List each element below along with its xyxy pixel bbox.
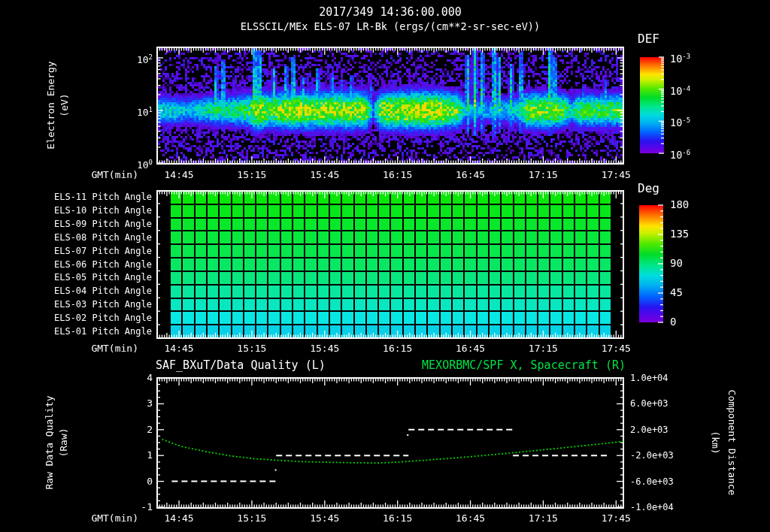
time-tick-label: 15:45 [308,343,342,354]
distance-ytick-label: -2.0e+03 [630,450,674,461]
pitch-row-label: ELS-03 Pitch Angle [44,299,152,310]
quality-ytick-label: 1 [123,449,153,461]
def-colorbar-tick-label: 10-3 [670,51,690,65]
deg-colorbar-tick-label: 0 [670,316,676,328]
gmt-axis-label: GMT(min) [80,343,138,354]
time-tick-label: 14:45 [162,343,196,354]
pitch-panel-frame [156,190,624,339]
time-tick-label: 16:15 [380,343,415,354]
deg-colorbar-tick-label: 45 [670,287,683,298]
quality-ytick-label: 2 [123,424,153,435]
quality-ylabel-line2: (Raw) [58,428,69,457]
time-tick-label: 15:15 [235,169,269,180]
pitch-row-label: ELS-11 Pitch Angle [44,192,152,203]
pitch-row-label: ELS-02 Pitch Angle [44,313,152,324]
time-tick-label: 16:15 [380,512,415,524]
distance-ytick-label: 1.0e+04 [630,373,668,384]
time-tick-label: 15:45 [308,169,342,180]
time-tick-label: 16:45 [453,169,488,180]
def-colorbar-title: DEF [638,33,659,44]
time-tick-label: 16:45 [453,343,488,354]
time-tick-label: 15:15 [235,512,269,524]
quality-panel-frame [156,377,624,509]
quality-right-title: MEXORBMC/SPF X, Spacecraft (R) [376,360,626,371]
energy-ytick-label: 102 [120,52,153,65]
def-colorbar [640,57,664,153]
pitch-row-label: ELS-06 Pitch Angle [44,259,152,271]
pitch-row-label: ELS-05 Pitch Angle [44,272,152,283]
deg-colorbar-tick-label: 135 [670,228,689,240]
distance-ytick-label: -6.0e+03 [630,476,674,488]
distance-ytick-label: 6.0e+03 [630,398,668,410]
pitch-row-label: ELS-10 Pitch Angle [44,205,152,216]
deg-colorbar-tick-label: 180 [670,199,689,210]
deg-colorbar-title: Deg [638,183,659,194]
distance-ylabel-line2: (km) [710,431,721,454]
plot-page: 2017/349 14:36:00.000 ELSSCIL/MEx ELS-07… [0,0,770,532]
time-tick-label: 15:15 [235,343,269,354]
spectrogram-frame [156,47,624,165]
deg-colorbar [639,205,663,322]
gmt-axis-label: GMT(min) [80,512,138,524]
quality-ylabel-line1: Raw Data Quality [44,395,55,489]
spectrogram-ylabel-line2: (eV) [59,93,70,116]
quality-ytick-label: 0 [123,476,153,487]
plot-timestamp: 2017/349 14:36:00.000 [156,5,624,19]
quality-ytick-label: 3 [123,397,153,409]
distance-ytick-label: 2.0e+03 [630,425,668,436]
quality-ytick-label: -1 [123,501,153,512]
distance-ytick-label: -1.0e+04 [630,502,674,513]
pitch-row-label: ELS-07 Pitch Angle [44,246,152,257]
def-colorbar-tick-label: 10-5 [670,115,690,128]
gmt-axis-label: GMT(min) [80,169,138,180]
deg-colorbar-tick-label: 90 [670,258,683,269]
plot-title: ELSSCIL/MEx ELS-07 LR-Bk (ergs/(cm**2-sr… [156,20,624,32]
energy-ytick-label: 101 [120,104,153,118]
time-tick-label: 17:45 [599,343,633,354]
time-tick-label: 14:45 [162,512,196,524]
pitch-row-label: ELS-04 Pitch Angle [44,286,152,297]
quality-left-title: SAF_BXuT/Data Quality (L) [156,360,326,371]
spectrogram-ylabel-line1: Electron Energy [45,61,56,149]
time-tick-label: 17:45 [599,512,633,524]
pitch-row-label: ELS-01 Pitch Angle [44,326,152,337]
energy-ytick-label: 100 [120,157,153,171]
time-tick-label: 17:15 [526,512,560,524]
time-tick-label: 17:15 [526,343,560,354]
def-colorbar-tick-label: 10-4 [670,83,690,97]
def-colorbar-tick-label: 10-6 [670,147,690,161]
time-tick-label: 16:15 [380,169,415,180]
pitch-row-label: ELS-08 Pitch Angle [44,232,152,243]
pitch-row-label: ELS-09 Pitch Angle [44,219,152,230]
time-tick-label: 17:45 [599,169,633,180]
distance-ylabel-line1: Component Distance [726,390,738,496]
quality-ytick-label: 4 [123,372,153,383]
time-tick-label: 16:45 [453,512,488,524]
time-tick-label: 17:15 [526,169,560,180]
time-tick-label: 14:45 [162,169,196,180]
time-tick-label: 15:45 [308,512,342,524]
